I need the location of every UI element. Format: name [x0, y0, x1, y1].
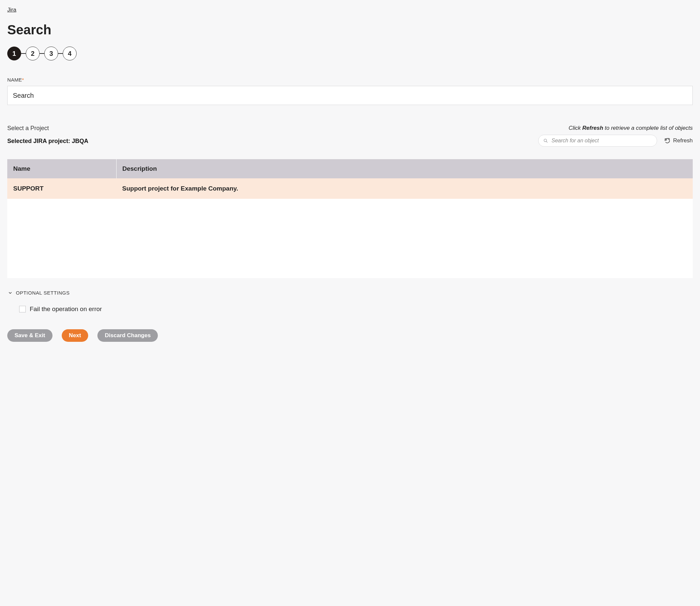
refresh-button[interactable]: Refresh: [664, 137, 693, 144]
step-connector: [58, 53, 63, 54]
table-row[interactable]: SUPPORT Support project for Example Comp…: [7, 178, 693, 199]
fail-on-error-row[interactable]: Fail the operation on error: [19, 305, 693, 313]
fail-on-error-label: Fail the operation on error: [30, 305, 102, 313]
name-input[interactable]: [7, 86, 693, 105]
next-button[interactable]: Next: [62, 329, 89, 342]
project-table: Name Description SUPPORT Support project…: [7, 159, 693, 199]
step-3[interactable]: 3: [44, 47, 58, 61]
cell-project-description: Support project for Example Company.: [116, 178, 693, 199]
step-connector: [40, 53, 44, 54]
refresh-icon: [664, 138, 670, 144]
chevron-down-icon: [8, 290, 13, 295]
project-table-container: Name Description SUPPORT Support project…: [7, 159, 693, 278]
object-search-input[interactable]: [552, 138, 652, 144]
svg-line-1: [546, 141, 547, 142]
refresh-button-label: Refresh: [673, 137, 693, 144]
selected-project-value: JBQA: [72, 138, 88, 144]
step-2[interactable]: 2: [26, 47, 40, 61]
page-title: Search: [7, 22, 693, 37]
hint-pre: Click: [568, 125, 582, 131]
table-header-description[interactable]: Description: [116, 159, 693, 178]
name-label-text: NAME: [7, 77, 22, 83]
hint-post: to retrieve a complete list of objects: [603, 125, 693, 131]
select-project-label: Select a Project: [7, 125, 88, 132]
step-4[interactable]: 4: [63, 47, 77, 61]
search-icon: [543, 138, 548, 143]
selected-project-prefix: Selected JIRA project:: [7, 138, 72, 144]
wizard-stepper: 1 2 3 4: [7, 47, 693, 61]
step-1[interactable]: 1: [7, 47, 21, 61]
optional-settings-label: OPTIONAL SETTINGS: [16, 290, 70, 296]
table-header-name[interactable]: Name: [7, 159, 116, 178]
fail-on-error-checkbox[interactable]: [19, 306, 26, 312]
save-exit-button[interactable]: Save & Exit: [7, 329, 52, 342]
step-connector: [21, 53, 26, 54]
refresh-hint-text: Click Refresh to retrieve a complete lis…: [568, 125, 693, 132]
cell-project-name: SUPPORT: [7, 178, 116, 199]
optional-settings-toggle[interactable]: OPTIONAL SETTINGS: [7, 288, 70, 298]
selected-project-text: Selected JIRA project: JBQA: [7, 138, 88, 145]
required-star-icon: *: [22, 77, 24, 83]
discard-button[interactable]: Discard Changes: [97, 329, 158, 342]
hint-bold: Refresh: [582, 125, 603, 131]
name-field-label: NAME*: [7, 77, 693, 83]
svg-point-0: [544, 139, 547, 142]
object-search-box[interactable]: [538, 135, 657, 147]
breadcrumb-link-jira[interactable]: Jira: [7, 7, 16, 13]
